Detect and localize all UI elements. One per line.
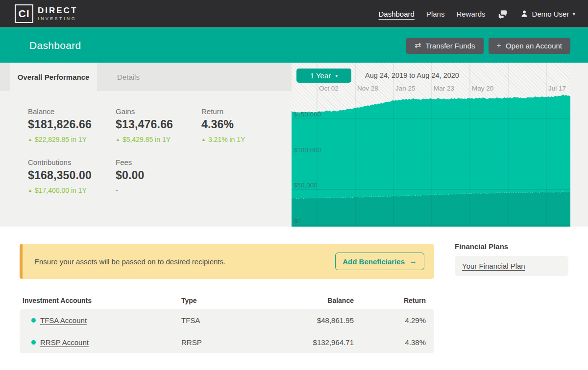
accounts-table: TFSA Account TFSA $48,861.95 4.29% RRSP … xyxy=(20,309,434,353)
account-return: 4.29% xyxy=(354,316,426,324)
x-tick: Mar 23 xyxy=(434,85,454,92)
brand-name-direct: DIRECT xyxy=(38,6,77,15)
banner-message: Ensure your assets will be passed on to … xyxy=(34,257,225,266)
performance-chart: $150,000$100,000$50,000$0 1 Year ▾ Aug 2… xyxy=(292,63,570,227)
user-name: Demo User xyxy=(532,10,569,18)
stat-delta: $5,429.85 in 1Y xyxy=(122,136,171,143)
stat-label: Balance xyxy=(28,107,114,116)
stat-value: $181,826.66 xyxy=(28,118,114,131)
tab-bar: Overall Performance Details xyxy=(0,63,292,91)
tab-details[interactable]: Details xyxy=(104,63,153,91)
stat-label: Return xyxy=(201,107,287,116)
performance-panel: Overall Performance Details Balance $181… xyxy=(0,63,588,227)
x-tick: Jul 17 xyxy=(548,85,566,92)
account-link-rrsp[interactable]: RRSP Account xyxy=(40,338,89,347)
account-balance: $48,861.95 xyxy=(267,316,354,324)
chart-range-label: 1 Year xyxy=(310,71,331,80)
open-account-button[interactable]: + Open an Account xyxy=(489,38,570,54)
x-tick: Nov 28 xyxy=(357,85,378,92)
user-menu[interactable]: Demo User ▾ xyxy=(520,9,575,18)
chat-icon[interactable] xyxy=(497,8,508,19)
x-tick: May 20 xyxy=(472,85,493,92)
col-header-balance: Balance xyxy=(267,297,354,304)
stat-fees: Fees $0.00 - xyxy=(116,158,201,194)
financial-plan-card[interactable]: Your Financial Plan xyxy=(455,256,568,276)
x-tick: Jan 25 xyxy=(395,85,416,92)
stat-value: $0.00 xyxy=(116,169,201,182)
account-return: 4.38% xyxy=(354,338,426,347)
nav-item-rewards[interactable]: Rewards xyxy=(456,10,485,18)
stat-balance: Balance $181,826.66 ▲$22,829.85 in 1Y xyxy=(28,107,114,143)
transfer-funds-label: Transfer Funds xyxy=(425,42,475,50)
user-icon xyxy=(520,9,529,18)
top-nav-bar: CI DIRECT INVESTING Dashboard Plans Rewa… xyxy=(0,0,588,27)
up-triangle-icon: ▲ xyxy=(116,137,120,142)
beneficiaries-banner: Ensure your assets will be passed on to … xyxy=(20,244,434,279)
stat-value: 4.36% xyxy=(201,118,287,131)
svg-text:$50,000: $50,000 xyxy=(294,182,318,189)
brand-name-investing: INVESTING xyxy=(38,17,77,21)
chevron-down-icon: ▾ xyxy=(572,11,575,17)
financial-plans-title: Financial Plans xyxy=(455,242,508,251)
add-beneficiaries-button[interactable]: Add Beneficiaries → xyxy=(335,253,424,270)
svg-text:$150,000: $150,000 xyxy=(294,111,321,118)
page-header: Dashboard ⇄ Transfer Funds + Open an Acc… xyxy=(0,27,588,63)
stat-value: $13,476.66 xyxy=(116,118,201,131)
chevron-down-icon: ▾ xyxy=(335,73,338,78)
up-triangle-icon: ▲ xyxy=(28,188,32,193)
account-dot-icon xyxy=(31,318,36,323)
stat-gains: Gains $13,476.66 ▲$5,429.85 in 1Y xyxy=(116,107,201,143)
stat-value: $168,350.00 xyxy=(28,169,114,182)
accounts-table-header: Investment Accounts Type Balance Return xyxy=(20,297,434,304)
table-row: TFSA Account TFSA $48,861.95 4.29% xyxy=(31,309,426,331)
plus-icon: + xyxy=(497,42,501,49)
nav-item-dashboard[interactable]: Dashboard xyxy=(379,10,415,18)
account-type: TFSA xyxy=(181,316,267,324)
account-balance: $132,964.71 xyxy=(267,338,354,347)
stat-label: Contributions xyxy=(28,158,114,166)
account-type: RRSP xyxy=(181,338,267,347)
stat-return: Return 4.36% ▲3.21% in 1Y xyxy=(201,107,287,143)
stat-label: Fees xyxy=(116,158,201,166)
stat-label: Gains xyxy=(116,107,201,116)
svg-text:$100,000: $100,000 xyxy=(294,146,321,154)
table-row: RRSP Account RRSP $132,964.71 4.38% xyxy=(31,331,426,353)
stat-delta: - xyxy=(116,186,118,194)
stat-delta: $17,400.00 in 1Y xyxy=(35,186,87,194)
open-account-label: Open an Account xyxy=(506,42,562,50)
transfer-icon: ⇄ xyxy=(415,42,421,49)
col-header-type: Type xyxy=(181,297,267,304)
stat-delta: 3.21% in 1Y xyxy=(208,136,245,143)
stat-delta: $22,829.85 in 1Y xyxy=(35,136,87,143)
page-title: Dashboard xyxy=(29,40,81,51)
add-beneficiaries-label: Add Beneficiaries xyxy=(343,257,405,266)
ci-logo-icon: CI xyxy=(15,4,33,23)
chart-date-range: Aug 24, 2019 to Aug 24, 2020 xyxy=(365,71,459,79)
col-header-name: Investment Accounts xyxy=(23,297,181,304)
x-tick: Oct 02 xyxy=(319,85,339,92)
financial-plan-link[interactable]: Your Financial Plan xyxy=(462,262,525,270)
svg-text:$0: $0 xyxy=(294,217,301,225)
stat-contributions: Contributions $168,350.00 ▲$17,400.00 in… xyxy=(28,158,114,194)
chart-range-select[interactable]: 1 Year ▾ xyxy=(296,69,351,83)
nav-item-plans[interactable]: Plans xyxy=(426,10,445,18)
account-dot-icon xyxy=(31,340,36,345)
arrow-right-icon: → xyxy=(409,257,417,266)
transfer-funds-button[interactable]: ⇄ Transfer Funds xyxy=(406,38,484,54)
account-link-tfsa[interactable]: TFSA Account xyxy=(40,316,87,324)
up-triangle-icon: ▲ xyxy=(28,137,32,142)
up-triangle-icon: ▲ xyxy=(201,137,206,142)
brand-logo[interactable]: CI DIRECT INVESTING xyxy=(15,4,77,23)
col-header-return: Return xyxy=(354,297,426,304)
tab-overall-performance[interactable]: Overall Performance xyxy=(10,63,97,91)
